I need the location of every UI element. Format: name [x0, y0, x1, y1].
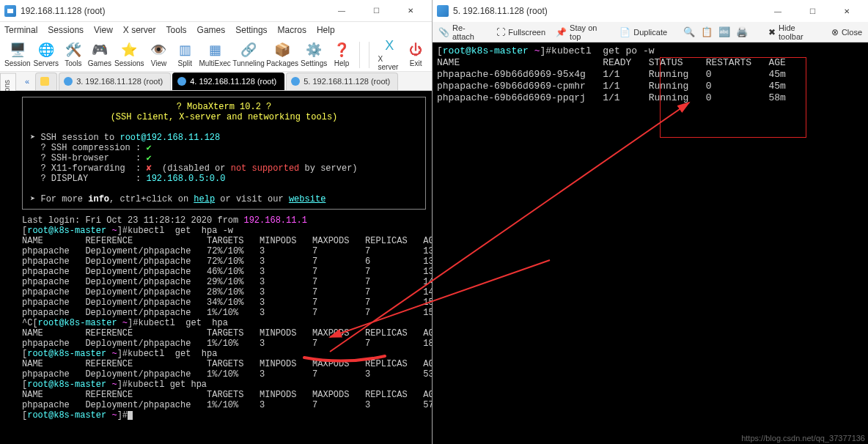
toolbar-tunneling[interactable]: 🔗Tunneling [233, 42, 264, 67]
duplicate-icon: 📄 [619, 27, 630, 37]
icon-2[interactable]: 📋 [701, 26, 713, 37]
toolbar-tools[interactable]: 🛠️Tools [62, 42, 85, 67]
tab-label: 5. 192.168.11.128 (root) [304, 77, 390, 86]
tab-label: 3. 192.168.11.128 (root) [76, 77, 163, 86]
toolbar-exit[interactable]: ⏻Exit [404, 42, 427, 67]
icon-1[interactable]: 🔍 [683, 26, 695, 37]
sidebar-toggle-icon[interactable]: « [21, 75, 34, 87]
reattach-icon: 📎 [438, 27, 449, 37]
menu-games[interactable]: Games [197, 25, 226, 35]
menu-macros[interactable]: Macros [278, 25, 306, 35]
close-button[interactable]: ✕ [394, 1, 427, 21]
toolbar-x server[interactable]: XX server [378, 38, 401, 71]
reattach-label: Re-attach [452, 23, 486, 41]
toolbar-servers[interactable]: 🌐Servers [34, 42, 59, 67]
close-tab-button[interactable]: ⊗Close [831, 27, 862, 37]
window-controls: — ☐ ✕ [761, 1, 864, 21]
hide-toolbar-button[interactable]: ✖Hide toolbar [768, 23, 821, 41]
toolbar-help[interactable]: ❓Help [330, 42, 353, 67]
fullscreen-button[interactable]: ⛶Fullscreen [496, 27, 545, 37]
menu-terminal[interactable]: Terminal [4, 25, 37, 35]
menu-settings[interactable]: Settings [235, 25, 267, 35]
toolbar: 🖥️Session🌐Servers🛠️Tools🎮Games⭐Sessions👁… [0, 38, 432, 72]
terminal-icon [64, 77, 73, 86]
toolbar-view[interactable]: 👁️View [147, 42, 171, 67]
extra-icons: 🔍 📋 🔤 🖨️ [683, 26, 748, 37]
window-controls: — ☐ ✕ [325, 1, 427, 21]
duplicate-label: Duplicate [633, 28, 667, 37]
menubar: Terminal Sessions View X server Tools Ga… [0, 22, 432, 38]
stayontop-label: Stay on top [570, 23, 609, 41]
icon-3[interactable]: 🔤 [718, 26, 730, 37]
maximize-button[interactable]: ☐ [359, 1, 393, 21]
home-icon [40, 77, 49, 86]
toolbar-games[interactable]: 🎮Games [88, 42, 111, 67]
highlight-box [660, 57, 806, 138]
tab-session-4[interactable]: 4. 192.168.11.128 (root) [172, 73, 284, 90]
duplicate-button[interactable]: 📄Duplicate [619, 27, 667, 37]
tab-home[interactable] [35, 73, 57, 90]
window-titlebar: 5. 192.168.11.128 (root) — ☐ ✕ [433, 0, 868, 22]
watermark: https://blog.csdn.net/qq_37377136 [741, 434, 865, 443]
toolbar-session[interactable]: 🖥️Session [4, 42, 31, 67]
close-button[interactable]: ✕ [830, 1, 864, 21]
menu-view[interactable]: View [94, 25, 113, 35]
minimize-button[interactable]: — [325, 1, 358, 21]
window-titlebar: 192.168.11.128 (root) — ☐ ✕ [0, 0, 432, 22]
menu-help[interactable]: Help [317, 25, 335, 35]
menu-tools[interactable]: Tools [166, 25, 187, 35]
window-title: 192.168.11.128 (root) [21, 6, 325, 16]
maximize-button[interactable]: ☐ [795, 1, 829, 21]
fullscreen-label: Fullscreen [508, 28, 545, 37]
mobaxterm-window: 192.168.11.128 (root) — ☐ ✕ Terminal Ses… [0, 0, 433, 444]
app-icon [4, 5, 16, 17]
terminal-output[interactable]: ? MobaXterm 10.2 ?(SSH client, X-server … [0, 91, 432, 444]
stayontop-button[interactable]: 📌Stay on top [556, 23, 609, 41]
toolbar-packages[interactable]: 📦Packages [267, 42, 298, 67]
toolbar-multiexec[interactable]: ▦MultiExec [199, 42, 230, 67]
toolbar-settings[interactable]: ⚙️Settings [301, 42, 327, 67]
tab-session-3[interactable]: 3. 192.168.11.128 (root) [59, 73, 171, 90]
fullscreen-icon: ⛶ [496, 27, 505, 37]
terminal-icon [291, 77, 300, 86]
window-title: 5. 192.168.11.128 (root) [453, 6, 761, 16]
toolbar-split[interactable]: ▥Split [173, 42, 196, 67]
pin-icon: 📌 [556, 27, 567, 37]
menu-xserver[interactable]: X server [123, 25, 156, 35]
tabbar: « 3. 192.168.11.128 (root) 4. 192.168.11… [0, 72, 432, 91]
terminal-icon [177, 77, 186, 86]
terminal-output[interactable]: [root@k8s-master ~]#kubectl get po -wNAM… [433, 42, 868, 444]
reattach-button[interactable]: 📎Re-attach [438, 23, 486, 41]
tab-label: 4. 192.168.11.128 (root) [190, 77, 276, 86]
detached-toolbar: 📎Re-attach ⛶Fullscreen 📌Stay on top 📄Dup… [433, 22, 868, 42]
app-icon [437, 5, 449, 17]
tab-session-5[interactable]: 5. 192.168.11.128 (root) [286, 73, 398, 90]
menu-sessions[interactable]: Sessions [48, 25, 84, 35]
hide-label: Hide toolbar [779, 23, 821, 41]
hide-icon: ✖ [768, 27, 776, 37]
close-label: Close [842, 28, 862, 37]
minimize-button[interactable]: — [761, 1, 795, 21]
close-icon: ⊗ [831, 27, 839, 37]
icon-4[interactable]: 🖨️ [736, 26, 748, 37]
detached-terminal-window: 5. 192.168.11.128 (root) — ☐ ✕ 📎Re-attac… [433, 0, 868, 444]
toolbar-sessions[interactable]: ⭐Sessions [114, 42, 144, 67]
